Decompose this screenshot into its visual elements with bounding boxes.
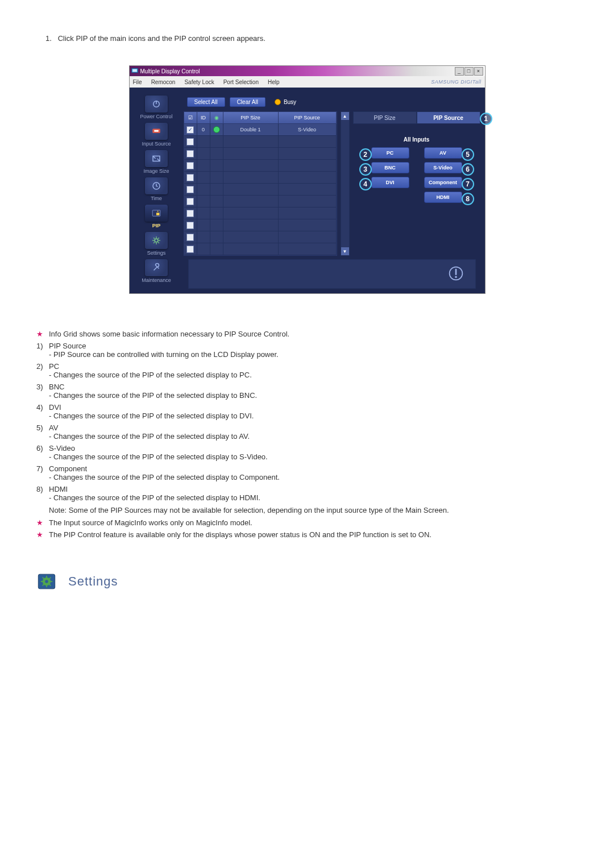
table-row[interactable]: [184, 184, 337, 196]
sidebar-label: Settings: [134, 250, 179, 256]
menu-port-selection[interactable]: Port Selection: [223, 79, 259, 85]
list-item: 2)PC- Changes the source of the PIP of t…: [34, 360, 580, 381]
sidebar-item-time[interactable]: Time: [134, 175, 179, 201]
select-all-button[interactable]: Select All: [187, 97, 225, 107]
sidebar-item-settings[interactable]: Settings: [134, 230, 179, 256]
row-status: [210, 231, 223, 243]
list-index: 7): [36, 464, 47, 473]
table-row[interactable]: [184, 219, 337, 231]
row-pip-source: [279, 148, 337, 159]
footer-bar: [188, 259, 476, 289]
table-row[interactable]: [184, 207, 337, 219]
input-component-button[interactable]: Component 7: [424, 177, 462, 188]
row-id: [197, 184, 210, 195]
table-row[interactable]: [184, 196, 337, 207]
menu-file[interactable]: File: [133, 79, 142, 85]
close-button[interactable]: ×: [474, 67, 483, 76]
input-av-button[interactable]: AV 5: [424, 147, 462, 159]
sidebar-item-input-source[interactable]: Input Source: [134, 121, 179, 147]
sidebar-label: Maintenance: [134, 277, 179, 283]
input-svideo-button[interactable]: S-Video 6: [424, 162, 462, 173]
grid-scrollbar[interactable]: ▲ ▼: [341, 111, 350, 256]
col-checkbox[interactable]: ☑: [184, 112, 197, 123]
svg-point-10: [157, 211, 159, 212]
row-checkbox[interactable]: [186, 174, 194, 181]
sidebar-item-pip[interactable]: PIP: [134, 202, 179, 229]
col-id: ID: [197, 112, 210, 123]
app-icon: [131, 67, 138, 75]
row-checkbox[interactable]: [186, 150, 194, 157]
busy-dot-icon: [275, 99, 281, 105]
tab-pip-size[interactable]: PIP Size: [353, 111, 417, 124]
list-desc: - Changes the source of the PIP of the s…: [49, 391, 580, 400]
input-dvi-button[interactable]: 4 DVI: [371, 177, 409, 188]
pip-icon: [145, 205, 168, 222]
input-label: AV: [439, 150, 446, 156]
clear-all-button[interactable]: Clear All: [230, 97, 265, 107]
row-pip-size: [223, 148, 279, 159]
table-row[interactable]: [184, 160, 337, 172]
menu-safety-lock[interactable]: Safety Lock: [184, 79, 214, 85]
row-status: [210, 172, 223, 183]
list-desc: - Changes the source of the PIP of the s…: [49, 473, 580, 481]
table-row[interactable]: [184, 231, 337, 243]
menu-remocon[interactable]: Remocon: [151, 79, 176, 85]
callout-8: 8: [462, 193, 474, 205]
tab-label: PIP Source: [433, 115, 463, 121]
row-checkbox[interactable]: [186, 210, 194, 217]
row-pip-source: [279, 184, 337, 195]
row-pip-size: [223, 231, 279, 243]
sidebar-item-power-control[interactable]: Power Control: [134, 93, 179, 119]
list-title: AV: [49, 423, 58, 432]
row-pip-size: [223, 160, 279, 171]
menu-help[interactable]: Help: [268, 79, 280, 85]
row-id: [197, 243, 210, 255]
table-row[interactable]: [184, 136, 337, 148]
app-window: Multiple Display Control _ □ × File Remo…: [129, 65, 486, 294]
row-id: [197, 207, 210, 219]
row-checkbox[interactable]: [186, 234, 194, 241]
row-pip-source: [279, 160, 337, 171]
callout-7: 7: [462, 178, 474, 190]
row-checkbox[interactable]: [186, 246, 194, 253]
right-panel: PIP Size PIP Source 1 All Inputs 2 PC: [353, 111, 480, 256]
row-pip-source: S-Video: [279, 124, 337, 135]
table-row[interactable]: ✓0Double 1S-Video: [184, 124, 337, 136]
svg-rect-1: [132, 69, 137, 72]
input-bnc-button[interactable]: 3 BNC: [371, 162, 409, 173]
row-pip-size: [223, 136, 279, 147]
row-pip-size: [223, 243, 279, 255]
scroll-down-icon[interactable]: ▼: [341, 247, 349, 255]
row-checkbox[interactable]: [186, 186, 194, 193]
row-pip-source: [279, 231, 337, 243]
scroll-up-icon[interactable]: ▲: [341, 112, 349, 120]
row-checkbox[interactable]: ✓: [186, 126, 194, 134]
input-hdmi-button[interactable]: HDMI 8: [424, 192, 462, 203]
row-pip-source: [279, 243, 337, 255]
power-icon: [145, 95, 168, 113]
sidebar-item-maintenance[interactable]: Maintenance: [134, 257, 179, 283]
maximize-button[interactable]: □: [464, 67, 474, 76]
list-index: 2): [36, 362, 47, 371]
minimize-button[interactable]: _: [455, 67, 464, 76]
list-title: Component: [49, 464, 87, 473]
row-status: [210, 124, 223, 135]
sidebar-item-image-size[interactable]: Image Size: [134, 148, 179, 174]
sidebar: Power Control Input Source Image Size Ti…: [130, 88, 184, 293]
row-checkbox[interactable]: [186, 222, 194, 229]
input-label: HDMI: [437, 194, 450, 200]
table-row[interactable]: [184, 243, 337, 255]
row-checkbox[interactable]: [186, 138, 194, 146]
callout-5: 5: [462, 148, 474, 161]
row-checkbox[interactable]: [186, 198, 194, 205]
row-status: [210, 207, 223, 219]
intro-line: 1. Click PIP of the main icons and the P…: [45, 34, 580, 43]
image-size-icon: [145, 150, 168, 167]
intro-text: Click PIP of the main icons and the PIP …: [58, 34, 265, 43]
input-label: PC: [387, 150, 394, 156]
table-row[interactable]: [184, 148, 337, 160]
tab-pip-source[interactable]: PIP Source 1: [417, 111, 480, 124]
input-pc-button[interactable]: 2 PC: [371, 147, 409, 159]
row-checkbox[interactable]: [186, 162, 194, 169]
table-row[interactable]: [184, 172, 337, 184]
